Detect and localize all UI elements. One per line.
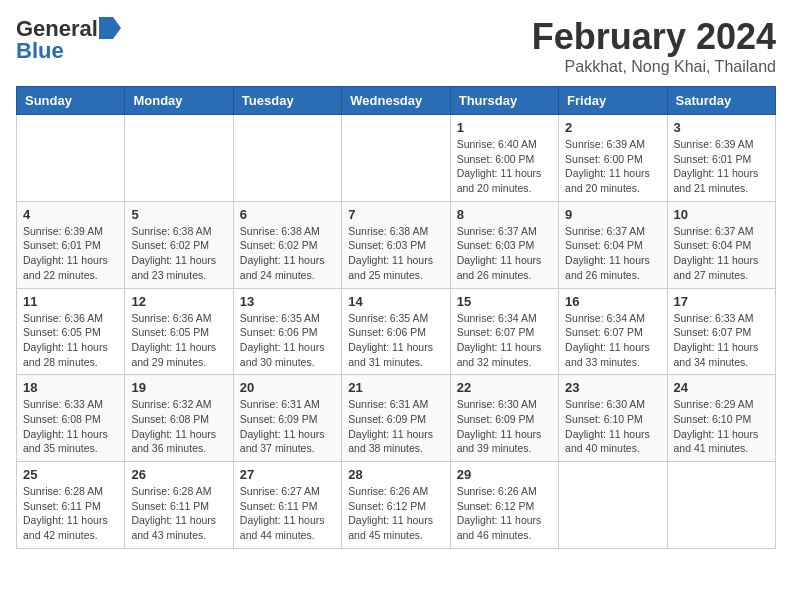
day-info: Sunrise: 6:38 AM Sunset: 6:02 PM Dayligh… (240, 224, 335, 283)
day-number: 15 (457, 294, 552, 309)
day-info: Sunrise: 6:34 AM Sunset: 6:07 PM Dayligh… (457, 311, 552, 370)
day-number: 20 (240, 380, 335, 395)
day-info: Sunrise: 6:38 AM Sunset: 6:03 PM Dayligh… (348, 224, 443, 283)
day-number: 5 (131, 207, 226, 222)
main-title: February 2024 (532, 16, 776, 58)
day-info: Sunrise: 6:39 AM Sunset: 6:01 PM Dayligh… (674, 137, 769, 196)
calendar-cell: 22Sunrise: 6:30 AM Sunset: 6:09 PM Dayli… (450, 375, 558, 462)
day-number: 17 (674, 294, 769, 309)
title-section: February 2024 Pakkhat, Nong Khai, Thaila… (532, 16, 776, 76)
day-number: 27 (240, 467, 335, 482)
calendar-header-monday: Monday (125, 87, 233, 115)
calendar-header-tuesday: Tuesday (233, 87, 341, 115)
subtitle: Pakkhat, Nong Khai, Thailand (532, 58, 776, 76)
calendar-cell (667, 462, 775, 549)
calendar-header-row: SundayMondayTuesdayWednesdayThursdayFrid… (17, 87, 776, 115)
day-info: Sunrise: 6:34 AM Sunset: 6:07 PM Dayligh… (565, 311, 660, 370)
day-number: 10 (674, 207, 769, 222)
calendar-cell: 28Sunrise: 6:26 AM Sunset: 6:12 PM Dayli… (342, 462, 450, 549)
calendar-cell: 21Sunrise: 6:31 AM Sunset: 6:09 PM Dayli… (342, 375, 450, 462)
day-info: Sunrise: 6:36 AM Sunset: 6:05 PM Dayligh… (131, 311, 226, 370)
calendar-cell: 18Sunrise: 6:33 AM Sunset: 6:08 PM Dayli… (17, 375, 125, 462)
calendar-cell: 11Sunrise: 6:36 AM Sunset: 6:05 PM Dayli… (17, 288, 125, 375)
calendar-cell: 8Sunrise: 6:37 AM Sunset: 6:03 PM Daylig… (450, 201, 558, 288)
day-number: 16 (565, 294, 660, 309)
day-info: Sunrise: 6:38 AM Sunset: 6:02 PM Dayligh… (131, 224, 226, 283)
day-number: 29 (457, 467, 552, 482)
svg-marker-0 (99, 17, 121, 39)
day-number: 18 (23, 380, 118, 395)
calendar-cell: 4Sunrise: 6:39 AM Sunset: 6:01 PM Daylig… (17, 201, 125, 288)
day-info: Sunrise: 6:39 AM Sunset: 6:00 PM Dayligh… (565, 137, 660, 196)
day-number: 6 (240, 207, 335, 222)
day-info: Sunrise: 6:40 AM Sunset: 6:00 PM Dayligh… (457, 137, 552, 196)
day-number: 25 (23, 467, 118, 482)
day-info: Sunrise: 6:35 AM Sunset: 6:06 PM Dayligh… (348, 311, 443, 370)
calendar-cell: 13Sunrise: 6:35 AM Sunset: 6:06 PM Dayli… (233, 288, 341, 375)
day-info: Sunrise: 6:33 AM Sunset: 6:07 PM Dayligh… (674, 311, 769, 370)
day-info: Sunrise: 6:33 AM Sunset: 6:08 PM Dayligh… (23, 397, 118, 456)
day-number: 12 (131, 294, 226, 309)
calendar-header-sunday: Sunday (17, 87, 125, 115)
day-info: Sunrise: 6:28 AM Sunset: 6:11 PM Dayligh… (23, 484, 118, 543)
day-info: Sunrise: 6:37 AM Sunset: 6:04 PM Dayligh… (674, 224, 769, 283)
calendar-cell: 16Sunrise: 6:34 AM Sunset: 6:07 PM Dayli… (559, 288, 667, 375)
day-number: 1 (457, 120, 552, 135)
calendar-cell: 29Sunrise: 6:26 AM Sunset: 6:12 PM Dayli… (450, 462, 558, 549)
calendar-week-row: 18Sunrise: 6:33 AM Sunset: 6:08 PM Dayli… (17, 375, 776, 462)
day-info: Sunrise: 6:31 AM Sunset: 6:09 PM Dayligh… (240, 397, 335, 456)
calendar-cell: 25Sunrise: 6:28 AM Sunset: 6:11 PM Dayli… (17, 462, 125, 549)
calendar-header-thursday: Thursday (450, 87, 558, 115)
calendar-cell: 20Sunrise: 6:31 AM Sunset: 6:09 PM Dayli… (233, 375, 341, 462)
calendar-cell (125, 115, 233, 202)
calendar-cell (233, 115, 341, 202)
day-number: 13 (240, 294, 335, 309)
day-info: Sunrise: 6:26 AM Sunset: 6:12 PM Dayligh… (457, 484, 552, 543)
calendar-cell (559, 462, 667, 549)
logo-blue: Blue (16, 38, 64, 64)
day-number: 3 (674, 120, 769, 135)
calendar-week-row: 11Sunrise: 6:36 AM Sunset: 6:05 PM Dayli… (17, 288, 776, 375)
calendar-cell: 17Sunrise: 6:33 AM Sunset: 6:07 PM Dayli… (667, 288, 775, 375)
day-info: Sunrise: 6:30 AM Sunset: 6:09 PM Dayligh… (457, 397, 552, 456)
calendar-cell: 26Sunrise: 6:28 AM Sunset: 6:11 PM Dayli… (125, 462, 233, 549)
day-number: 11 (23, 294, 118, 309)
calendar-week-row: 25Sunrise: 6:28 AM Sunset: 6:11 PM Dayli… (17, 462, 776, 549)
calendar-week-row: 1Sunrise: 6:40 AM Sunset: 6:00 PM Daylig… (17, 115, 776, 202)
day-number: 26 (131, 467, 226, 482)
calendar-table: SundayMondayTuesdayWednesdayThursdayFrid… (16, 86, 776, 549)
day-info: Sunrise: 6:28 AM Sunset: 6:11 PM Dayligh… (131, 484, 226, 543)
day-number: 19 (131, 380, 226, 395)
day-info: Sunrise: 6:30 AM Sunset: 6:10 PM Dayligh… (565, 397, 660, 456)
day-info: Sunrise: 6:36 AM Sunset: 6:05 PM Dayligh… (23, 311, 118, 370)
day-number: 21 (348, 380, 443, 395)
calendar-cell: 23Sunrise: 6:30 AM Sunset: 6:10 PM Dayli… (559, 375, 667, 462)
calendar-cell: 1Sunrise: 6:40 AM Sunset: 6:00 PM Daylig… (450, 115, 558, 202)
day-number: 24 (674, 380, 769, 395)
day-number: 14 (348, 294, 443, 309)
calendar-cell: 6Sunrise: 6:38 AM Sunset: 6:02 PM Daylig… (233, 201, 341, 288)
day-info: Sunrise: 6:37 AM Sunset: 6:04 PM Dayligh… (565, 224, 660, 283)
calendar-header-wednesday: Wednesday (342, 87, 450, 115)
day-info: Sunrise: 6:27 AM Sunset: 6:11 PM Dayligh… (240, 484, 335, 543)
calendar-header-friday: Friday (559, 87, 667, 115)
day-number: 2 (565, 120, 660, 135)
day-number: 23 (565, 380, 660, 395)
day-number: 22 (457, 380, 552, 395)
calendar-cell: 12Sunrise: 6:36 AM Sunset: 6:05 PM Dayli… (125, 288, 233, 375)
calendar-cell: 19Sunrise: 6:32 AM Sunset: 6:08 PM Dayli… (125, 375, 233, 462)
day-info: Sunrise: 6:32 AM Sunset: 6:08 PM Dayligh… (131, 397, 226, 456)
day-number: 8 (457, 207, 552, 222)
calendar-cell: 14Sunrise: 6:35 AM Sunset: 6:06 PM Dayli… (342, 288, 450, 375)
calendar-cell (342, 115, 450, 202)
day-number: 9 (565, 207, 660, 222)
calendar-cell (17, 115, 125, 202)
calendar-cell: 9Sunrise: 6:37 AM Sunset: 6:04 PM Daylig… (559, 201, 667, 288)
calendar-cell: 3Sunrise: 6:39 AM Sunset: 6:01 PM Daylig… (667, 115, 775, 202)
day-info: Sunrise: 6:39 AM Sunset: 6:01 PM Dayligh… (23, 224, 118, 283)
day-number: 4 (23, 207, 118, 222)
page-header: General Blue February 2024 Pakkhat, Nong… (16, 16, 776, 76)
day-info: Sunrise: 6:37 AM Sunset: 6:03 PM Dayligh… (457, 224, 552, 283)
calendar-cell: 15Sunrise: 6:34 AM Sunset: 6:07 PM Dayli… (450, 288, 558, 375)
logo-icon (99, 17, 121, 39)
